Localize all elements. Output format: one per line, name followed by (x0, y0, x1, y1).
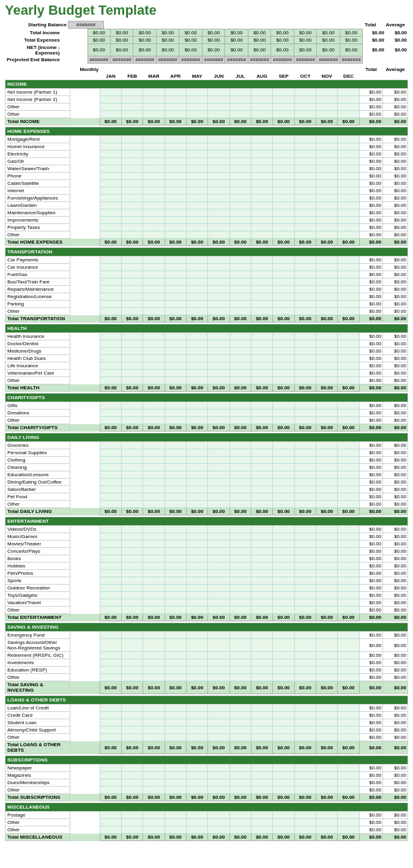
section-header: SUBSCRIPTIONS (6, 756, 408, 765)
section-header: INCOME (6, 80, 408, 89)
data-row: Hobbies$0.00$0.00 (6, 563, 408, 570)
data-row: Personal Supplies$0.00$0.00 (6, 449, 408, 457)
data-row: Pet Food$0.00$0.00 (6, 493, 408, 501)
month-header-row: JAN FEB MAR APR MAY JUN JUL AUG SEP OCT … (6, 73, 408, 80)
monthly-header-row: Monthly Total Average (6, 66, 408, 73)
data-row: Donations$0.00$0.00 (6, 410, 408, 417)
data-row: Videos/DVDs$0.00$0.00 (6, 526, 408, 533)
data-row: Investments$0.00$0.00 (6, 659, 408, 667)
data-row: Veterinarian/Pet Care$0.00$0.00 (6, 370, 408, 377)
total-row: Total HEALTH$0.00$0.00$0.00$0.00$0.00$0.… (6, 384, 408, 392)
section-header: LOANS & OTHER DEBTS (6, 696, 408, 705)
section-header: HEALTH (6, 324, 408, 333)
data-row: Other$0.00$0.00 (6, 377, 408, 384)
data-row: Newspaper$0.00$0.00 (6, 765, 408, 772)
data-row: Lawn/Garden$0.00$0.00 (6, 202, 408, 209)
total-row: Total SAVING & INVESTING$0.00$0.00$0.00$… (6, 681, 408, 694)
data-row: Furnishings/Appliances$0.00$0.00 (6, 195, 408, 202)
total-row: Total TRANSPORTATION$0.00$0.00$0.00$0.00… (6, 315, 408, 323)
data-row: Mortgage/Rent$0.00$0.00 (6, 136, 408, 143)
summary-row: Total Income$0.00$0.00$0.00$0.00$0.00$0.… (5, 29, 408, 37)
data-row: Magazines$0.00$0.00 (6, 772, 408, 779)
data-row: Savings Account/Other Non-Registered Sav… (6, 639, 408, 652)
data-row: Dues/Memberships$0.00$0.00 (6, 779, 408, 787)
data-row: Other$0.00$0.00 (6, 787, 408, 794)
data-row: Film/Photos$0.00$0.00 (6, 570, 408, 577)
data-row: Other$0.00$0.00 (6, 417, 408, 424)
data-row: Maintenance/Supplies$0.00$0.00 (6, 209, 408, 217)
total-row: Total HOME EXPENSES$0.00$0.00$0.00$0.00$… (6, 239, 408, 246)
data-row: Emergency Fund$0.00$0.00 (6, 632, 408, 639)
data-row: Cable/Satellite$0.00$0.00 (6, 180, 408, 187)
data-row: Vacation/Travel$0.00$0.00 (6, 599, 408, 607)
data-row: Cleaning$0.00$0.00 (6, 464, 408, 471)
starting-balance-row: Starting Balance ####### Total Average (5, 21, 408, 29)
data-row: Concerts/Plays$0.00$0.00 (6, 548, 408, 555)
page-title: Yearly Budget Template (0, 0, 413, 20)
data-row: Property Taxes$0.00$0.00 (6, 224, 408, 231)
data-row: HomeI Insurance$0.00$0.00 (6, 143, 408, 151)
data-row: Sports$0.00$0.00 (6, 577, 408, 585)
data-row: Education (RESP)$0.00$0.00 (6, 667, 408, 674)
data-row: Parking$0.00$0.00 (6, 301, 408, 308)
data-row: Life Insurance$0.00$0.00 (6, 362, 408, 370)
data-row: Other$0.00$0.00 (6, 734, 408, 741)
data-row: Other$0.00$0.00 (6, 819, 408, 826)
top-section: Starting Balance ####### Total Average T… (0, 20, 413, 64)
summary-row: NET (Income - Expenses)$0.00$0.00$0.00$0… (5, 44, 408, 56)
main-section: Monthly Total Average JAN FEB MAR APR MA… (0, 66, 413, 843)
data-row: Outdoor Recreation$0.00$0.00 (6, 585, 408, 592)
data-row: Toys/Gadgets$0.00$0.00 (6, 592, 408, 599)
data-row: Salon/Barber$0.00$0.00 (6, 486, 408, 493)
data-row: Net Income (Partner 1)$0.00$0.00 (6, 89, 408, 96)
section-header: CHARITY/GIFTS (6, 394, 408, 402)
data-row: Student Loan$0.00$0.00 (6, 719, 408, 727)
data-row: Other$0.00$0.00 (6, 308, 408, 315)
data-row: Other$0.00$0.00 (6, 501, 408, 508)
data-row: Fuel/Gas$0.00$0.00 (6, 271, 408, 279)
data-row: Net Income (Partner 2)$0.00$0.00 (6, 96, 408, 103)
total-row: Total LOANS & OTHER DEBTS$0.00$0.00$0.00… (6, 741, 408, 754)
data-row: Movies/Theater$0.00$0.00 (6, 541, 408, 548)
data-row: Groceries$0.00$0.00 (6, 442, 408, 449)
data-row: Education/Lessons$0.00$0.00 (6, 471, 408, 479)
total-row: Total ENTERTAINMENT$0.00$0.00$0.00$0.00$… (6, 614, 408, 621)
total-row: Total SUBSCRIPTIONS$0.00$0.00$0.00$0.00$… (6, 794, 408, 801)
data-row: Doctor/Dentist$0.00$0.00 (6, 340, 408, 348)
total-row: Total CHARITY/GIFTS$0.00$0.00$0.00$0.00$… (6, 424, 408, 432)
data-row: Books$0.00$0.00 (6, 555, 408, 563)
data-row: Internet$0.00$0.00 (6, 187, 408, 195)
data-row: Clothing$0.00$0.00 (6, 457, 408, 464)
data-row: Car Payments$0.00$0.00 (6, 256, 408, 264)
section-header: MISCELLANEOUS (6, 803, 408, 812)
data-row: Registration/License$0.00$0.00 (6, 293, 408, 301)
data-row: Health Club Dues$0.00$0.00 (6, 355, 408, 362)
summary-row: Projected End Balance###################… (5, 56, 408, 64)
data-row: Improvements$0.00$0.00 (6, 217, 408, 224)
data-row: Car Insurance$0.00$0.00 (6, 264, 408, 271)
data-row: Postage$0.00$0.00 (6, 812, 408, 819)
data-row: Alimony/Child Support$0.00$0.00 (6, 727, 408, 734)
data-row: Other$0.00$0.00 (6, 607, 408, 614)
data-row: Bus/Taxi/Train Fare$0.00$0.00 (6, 279, 408, 286)
total-row: Total INCOME$0.00$0.00$0.00$0.00$0.00$0.… (6, 118, 408, 125)
data-row: Repairs/Maintenance$0.00$0.00 (6, 286, 408, 293)
data-row: Gifts$0.00$0.00 (6, 402, 408, 410)
section-header: DAILY LIVING (6, 433, 408, 442)
data-row: Electricity$0.00$0.00 (6, 151, 408, 158)
data-row: Credit Card$0.00$0.00 (6, 712, 408, 719)
data-row: Retirement (RRSPs, GIC)$0.00$0.00 (6, 652, 408, 659)
data-row: Phone$0.00$0.00 (6, 173, 408, 180)
data-row: Other$0.00$0.00 (6, 111, 408, 118)
section-header: HOME EXPENSES (6, 127, 408, 136)
data-row: Dining/Eating Out/Coffee$0.00$0.00 (6, 479, 408, 486)
data-row: Other$0.00$0.00 (6, 103, 408, 111)
data-row: Other$0.00$0.00 (6, 826, 408, 834)
summary-row: Total Expenses$0.00$0.00$0.00$0.00$0.00$… (5, 37, 408, 44)
section-header: SAVING & INVESTING (6, 623, 408, 632)
section-header: ENTERTAINMENT (6, 517, 408, 526)
data-row: Other$0.00$0.00 (6, 231, 408, 239)
data-row: Gas/Oil$0.00$0.00 (6, 158, 408, 165)
data-row: Music/Games$0.00$0.00 (6, 533, 408, 541)
data-row: Loan/Line of Credit$0.00$0.00 (6, 705, 408, 712)
